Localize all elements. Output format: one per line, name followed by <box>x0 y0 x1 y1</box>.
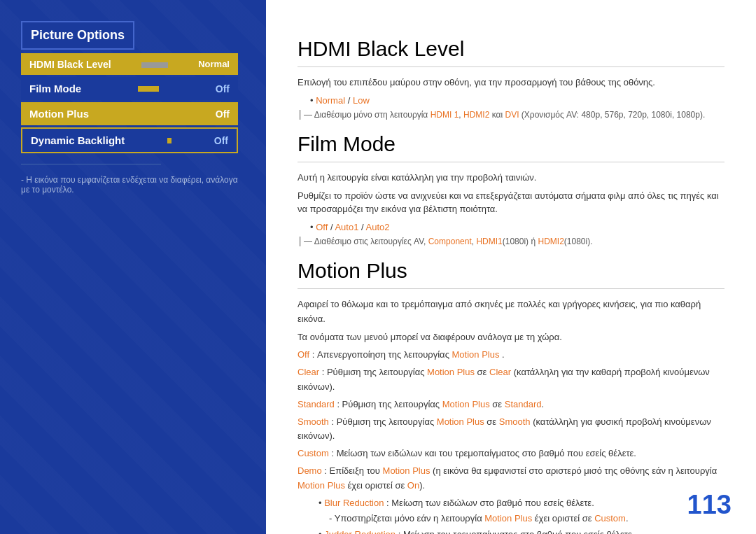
hdmi-desc: Επιλογή του επιπέδου μαύρου στην οθόνη, … <box>298 76 724 90</box>
motion-desc2: Τα ονόματα των μενού μπορεί να διαφέρουν… <box>298 330 724 345</box>
motion-off-ref: Motion Plus <box>452 349 500 360</box>
hdmi-label: HDMI Black Level <box>29 59 111 70</box>
backlight-bar-visual <box>167 138 172 143</box>
hdmi-section-title: HDMI Black Level <box>298 37 724 67</box>
hdmi-value: Normal <box>198 59 230 69</box>
film-note-component: Component <box>428 237 472 246</box>
motion-smooth-key: Smooth <box>298 416 329 427</box>
hdmi-low: Low <box>353 95 370 106</box>
menu-item-motion[interactable]: Motion Plus Off <box>21 102 238 125</box>
hdmi-bar-visual <box>139 58 171 70</box>
film-note-hdmi2: HDMI2 <box>538 237 564 246</box>
film-note: ― Διαθέσιμο στις λειτουργίες AV, Compone… <box>299 237 724 246</box>
motion-off-key: Off <box>298 349 309 360</box>
motion-standard-val: Standard <box>505 399 542 409</box>
backlight-label: Dynamic Backlight <box>31 134 125 146</box>
motion-standard-key: Standard <box>298 399 335 409</box>
menu-title: Picture Options <box>21 21 134 50</box>
menu-item-backlight[interactable]: Dynamic Backlight Off <box>21 127 238 153</box>
left-panel: Picture Options HDMI Black Level Normal … <box>21 21 238 195</box>
blur-reduction-label: Blur Reduction <box>324 498 384 508</box>
menu-item-hdmi[interactable]: HDMI Black Level Normal <box>21 53 238 75</box>
motion-custom-key: Custom <box>298 448 329 458</box>
motion-clear-val: Clear <box>489 367 511 377</box>
judder-reduction-item: • Judder Reduction : Μείωση του τρεμοπαί… <box>318 528 724 534</box>
film-value: Off <box>216 83 230 94</box>
hdmi-section: HDMI Black Level Επιλογή του επιπέδου μα… <box>298 37 724 120</box>
motion-demo-ref2: Motion Plus <box>298 480 345 491</box>
motion-standard-item: Standard : Ρύθμιση της λειτουργίας Motio… <box>298 398 724 412</box>
film-auto1: Auto1 <box>335 222 358 232</box>
motion-smooth-val: Smooth <box>499 416 531 427</box>
motion-smooth-item: Smooth : Ρύθμιση της λειτουργίας Motion … <box>298 415 724 444</box>
hdmi-note: ― Διαθέσιμο μόνο στη λειτουργία HDMI 1, … <box>299 110 724 120</box>
motion-demo-key: Demo <box>298 465 322 476</box>
divider <box>21 164 161 164</box>
film-note-hdmi1: HDMI1 <box>476 237 502 246</box>
hdmi-note-hdmi2: HDMI2 <box>463 110 489 120</box>
motion-label: Motion Plus <box>29 108 89 120</box>
motion-off-item: Off : Απενεργοποίηση της λειτουργίας Mot… <box>298 348 724 363</box>
film-desc2: Ρυθμίζει το προϊόν ώστε να ανιχνεύει και… <box>298 189 724 216</box>
menu-item-film[interactable]: Film Mode Off <box>21 77 238 100</box>
backlight-value: Off <box>214 135 228 146</box>
motion-clear-ref: Motion Plus <box>427 367 475 377</box>
motion-demo-ref: Motion Plus <box>383 465 430 476</box>
motion-section: Motion Plus Αφαιρεί το θόλωμα και το τρε… <box>298 259 724 534</box>
hdmi-note-hdmi1: HDMI 1 <box>430 110 459 120</box>
blur-custom-ref: Custom <box>594 513 626 524</box>
motion-value: Off <box>216 108 230 120</box>
motion-custom-item: Custom : Μείωση των ειδώλων και του τρεμ… <box>298 447 724 461</box>
page-number: 113 <box>687 490 732 520</box>
footnote: - Η εικόνα που εμφανίζεται ενδέχεται να … <box>21 175 238 195</box>
film-auto2: Auto2 <box>366 222 390 232</box>
motion-smooth-ref: Motion Plus <box>437 416 484 427</box>
film-bullet: • Off / Auto1 / Auto2 <box>310 220 724 234</box>
film-label: Film Mode <box>29 83 81 94</box>
hdmi-bullet: • Normal / Low <box>310 94 724 108</box>
judder-reduction-label: Judder Reduction <box>324 529 396 534</box>
film-section-title: Film Mode <box>298 132 724 162</box>
film-off: Off <box>316 222 328 232</box>
blur-reduction-item: • Blur Reduction : Μείωση των ειδώλων στ… <box>318 496 724 510</box>
motion-desc1: Αφαιρεί το θόλωμα και το τρεμόπαιγμα από… <box>298 297 724 327</box>
film-bar-visual <box>138 86 159 92</box>
motion-clear-item: Clear : Ρύθμιση της λειτουργίας Motion P… <box>298 365 724 395</box>
hdmi-normal: Normal <box>316 95 345 106</box>
film-desc1: Αυτή η λειτουργία είναι κατάλληλη για τη… <box>298 171 724 185</box>
motion-section-title: Motion Plus <box>298 259 724 289</box>
motion-demo-item: Demo : Επίδειξη του Motion Plus (η εικόν… <box>298 464 724 493</box>
motion-demo-on: On <box>407 480 419 491</box>
motion-standard-ref: Motion Plus <box>442 399 490 409</box>
blur-reduction-note: - Υποστηρίζεται μόνο εάν η λειτουργία Mo… <box>329 512 724 526</box>
right-panel: HDMI Black Level Επιλογή του επιπέδου μα… <box>266 0 756 534</box>
film-section: Film Mode Αυτή η λειτουργία είναι κατάλλ… <box>298 132 724 246</box>
motion-clear-key: Clear <box>298 367 319 377</box>
blur-motion-ref: Motion Plus <box>484 513 532 524</box>
hdmi-note-dvi: DVI <box>505 110 519 120</box>
